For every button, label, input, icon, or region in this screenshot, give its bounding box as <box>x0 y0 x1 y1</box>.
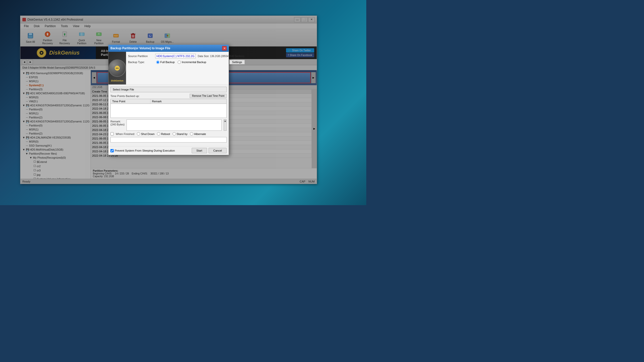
settings-button[interactable]: Settings <box>229 60 245 64</box>
dialog-title-text: Backup Partition(or Volume) to Image Fil… <box>110 47 170 50</box>
when-finished-checkbox[interactable] <box>110 132 114 135</box>
dialog-title-bar: Backup Partition(or Volume) to Image Fil… <box>108 45 229 52</box>
when-finished-section: When Finished: Shut Down Reboot <box>110 132 227 143</box>
when-finished-label: When Finished: <box>116 132 135 135</box>
hibernate-option[interactable]: Hibernate <box>190 132 206 135</box>
when-finished-input[interactable] <box>110 137 227 143</box>
remark-col-header: Remark <box>150 99 226 104</box>
source-partition-row: Source Partition HD0:System(C:) NTFS 232… <box>128 54 245 58</box>
hibernate-radio[interactable] <box>190 132 193 135</box>
dialog-footer: Prevent System From Sleeping During Exec… <box>108 146 229 155</box>
when-finished-row: When Finished: Shut Down Reboot <box>110 132 227 135</box>
prevent-sleep-checkbox[interactable] <box>110 149 114 152</box>
app-window: DiskGenius V5.4.3.1342 x64 Professional … <box>20 16 317 184</box>
reboot-option[interactable]: Reboot <box>157 132 170 135</box>
backup-type-label: Backup Type: <box>128 61 153 64</box>
dialog-disk-image: DG DiskGenius <box>108 52 126 84</box>
shutdown-radio[interactable] <box>137 132 140 135</box>
time-points-section: Time Points Backed up: Remove The Last T… <box>110 94 227 118</box>
disk-image-visual: DG <box>108 59 126 77</box>
remark-section: Remark: (240 Bytes) ▲ <box>110 119 227 131</box>
dialog-overlay: Backup Partition(or Volume) to Image Fil… <box>20 16 317 184</box>
when-options: Shut Down Reboot Stand by <box>137 132 206 135</box>
data-size: Data Size: 136.2GB (285547640 Sectors). <box>198 55 245 58</box>
hibernate-label: Hibernate <box>194 132 206 135</box>
time-points-body <box>111 104 226 118</box>
dialog-body: Select Image File Time Points Backed up:… <box>108 85 229 146</box>
time-point-col-header: Time Point <box>111 99 150 104</box>
time-points-header: Time Points Backed up: Remove The Last T… <box>110 94 227 98</box>
reboot-radio[interactable] <box>157 132 160 135</box>
remark-label: Remark: (240 Bytes) <box>110 120 125 126</box>
prevent-sleep-option: Prevent System From Sleeping During Exec… <box>110 149 175 152</box>
full-backup-label: Full Backup <box>160 61 175 64</box>
shutdown-label: Shut Down <box>141 132 154 135</box>
dialog-header: DG DiskGenius Source Partition HD0:Syste… <box>108 52 229 85</box>
remark-bytes-label: (240 Bytes) <box>110 123 125 126</box>
prevent-sleep-label: Prevent System From Sleeping During Exec… <box>115 149 175 152</box>
source-partition-label: Source Partition <box>128 55 153 58</box>
remove-last-time-point-button[interactable]: Remove The Last Time Point <box>190 94 227 98</box>
time-points-table: Time Point Remark <box>110 99 227 118</box>
reboot-label: Reboot <box>161 132 170 135</box>
remark-textarea[interactable] <box>127 119 222 131</box>
standby-radio[interactable] <box>173 132 176 135</box>
time-points-label: Time Points Backed up: <box>110 95 140 98</box>
shutdown-option[interactable]: Shut Down <box>137 132 154 135</box>
backup-dialog: Backup Partition(or Volume) to Image Fil… <box>108 44 229 155</box>
source-partition-value: HD0:System(C:) NTFS 232.2G <box>155 54 196 58</box>
full-backup-radio[interactable] <box>156 61 159 64</box>
start-button[interactable]: Start <box>192 148 207 153</box>
time-points-table-header: Time Point Remark <box>111 99 226 104</box>
select-image-file-button[interactable]: Select Image File <box>110 87 227 92</box>
backup-type-row: Backup Type: Full Backup Incremental Bac… <box>128 60 245 64</box>
dialog-header-content: Source Partition HD0:System(C:) NTFS 232… <box>126 52 247 84</box>
cancel-button[interactable]: Cancel <box>209 148 227 153</box>
remark-label-text: Remark: <box>110 120 121 123</box>
dialog-action-buttons: Start Cancel <box>192 148 227 153</box>
remark-scrollbar: ▲ <box>224 119 227 131</box>
incremental-backup-radio[interactable] <box>178 61 181 64</box>
standby-label: Stand by <box>177 132 187 135</box>
disk-logo-badge: DG <box>115 66 120 71</box>
full-backup-option[interactable]: Full Backup <box>156 61 175 64</box>
remark-scroll-up-button[interactable]: ▲ <box>224 120 226 122</box>
incremental-backup-option[interactable]: Incremental Backup <box>178 61 206 64</box>
disk-brand-label: DiskGenius <box>108 79 126 82</box>
standby-option[interactable]: Stand by <box>173 132 187 135</box>
incremental-backup-label: Incremental Backup <box>182 61 206 64</box>
dialog-close-button[interactable]: ✕ <box>222 46 227 51</box>
